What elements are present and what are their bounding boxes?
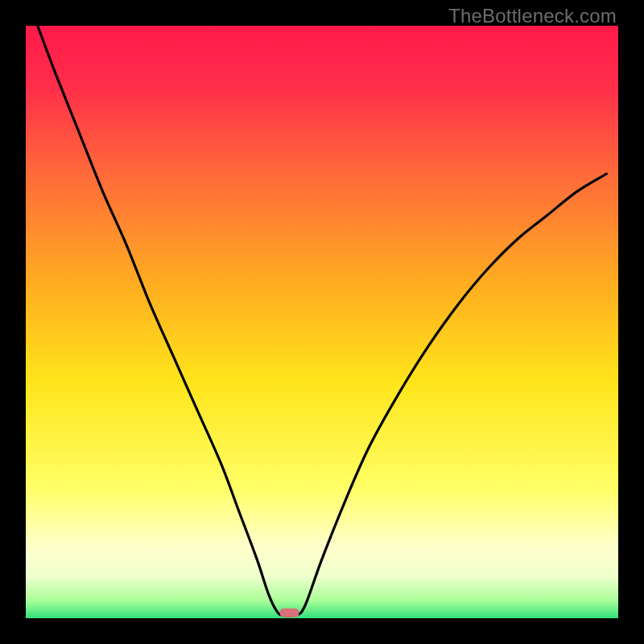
- chart-background: [26, 26, 618, 618]
- watermark-text: TheBottleneck.com: [448, 5, 617, 27]
- chart-svg: [26, 26, 618, 618]
- chart-plot-area: [26, 26, 618, 618]
- optimal-marker: [280, 609, 299, 617]
